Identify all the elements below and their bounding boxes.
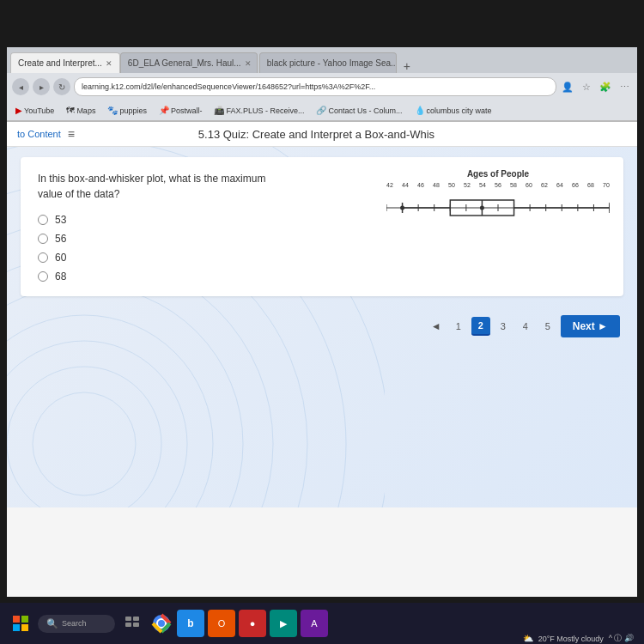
page-1-button[interactable]: 1 (449, 317, 468, 336)
question-text: In this box-and-whisker plot, what is th… (38, 171, 278, 202)
taskbar: 🔍 Search b O (0, 603, 644, 644)
fax-icon: 📠 (214, 106, 224, 115)
search-text: Search (62, 619, 87, 628)
screen: Create and Interpret... ✕ 6D_ELA General… (7, 47, 637, 597)
axis-label-54: 54 (479, 182, 486, 188)
system-icons: ^ ⓘ 🔊 (609, 633, 634, 644)
svg-rect-36 (13, 624, 20, 631)
next-button[interactable]: Next ► (561, 315, 620, 337)
bookmark-contact[interactable]: 🔗 Contact Us - Colum... (313, 105, 405, 116)
tab-close-active[interactable]: ✕ (106, 59, 112, 68)
option-68-label: 68 (55, 270, 66, 283)
bookmark-youtube-label: YouTube (24, 106, 54, 115)
page-nav: to Content ≡ (17, 127, 75, 141)
postwall-icon: 📌 (159, 106, 169, 115)
axis-label-56: 56 (495, 182, 501, 188)
tab-close-ela[interactable]: ✕ (245, 59, 252, 68)
page-content: to Content ≡ 5.13 Quiz: Create and Inter… (7, 122, 637, 597)
address-input[interactable]: learning.k12.com/d2l/le/enhancedSequence… (74, 77, 556, 96)
axis-label-46: 46 (417, 182, 424, 188)
pagination-bar: ◄ 1 2 3 4 5 Next ► (7, 307, 637, 346)
taskbar-search-box[interactable]: 🔍 Search (38, 615, 115, 633)
status-bar: ⛅ 20°F Mostly cloudy ^ ⓘ 🔊 (513, 633, 644, 644)
star-icon[interactable]: ☆ (579, 79, 594, 94)
more-icon[interactable]: ⋯ (617, 79, 632, 94)
tab-bar: Create and Interpret... ✕ 6D_ELA General… (7, 47, 637, 73)
bookmark-fax-label: FAX.PLUS - Receive... (226, 106, 304, 115)
maps-icon: 🗺 (66, 106, 75, 115)
page-4-button[interactable]: 4 (516, 317, 535, 336)
plot-container: Ages of People 42 44 46 48 50 52 54 56 5… (386, 169, 610, 223)
bookmark-fax[interactable]: 📠 FAX.PLUS - Receive... (210, 105, 307, 116)
address-text: learning.k12.com/d2l/le/enhancedSequence… (82, 82, 375, 91)
new-tab-button[interactable]: + (398, 59, 416, 73)
contact-icon: 🔗 (316, 106, 326, 115)
bookmark-puppies[interactable]: 🐾 puppies (104, 105, 150, 116)
bookmarks-bar: ▶ YouTube 🗺 Maps 🐾 puppies 📌 Postwall- 📠 (7, 100, 637, 121)
profile-icon[interactable]: 👤 (560, 79, 575, 94)
address-bar-row: ◂ ▸ ↻ learning.k12.com/d2l/le/enhancedSe… (7, 73, 637, 100)
teal-app-icon[interactable]: ▶ (270, 610, 297, 637)
tab-label-active: Create and Interpret... (18, 58, 102, 68)
menu-icon[interactable]: ≡ (68, 127, 75, 141)
bookmark-water[interactable]: 💧 columbus city wate (411, 105, 495, 116)
svg-rect-39 (133, 617, 139, 621)
svg-point-44 (158, 620, 165, 627)
extensions-icon[interactable]: 🧩 (598, 79, 613, 94)
box-whisker-svg: // Draw ticks via template approach — ju… (386, 189, 610, 223)
page-5-button[interactable]: 5 (538, 317, 557, 336)
tab-label-yahoo: black picture - Yahoo Image Sea... (267, 58, 397, 68)
forward-button[interactable]: ▸ (33, 78, 50, 95)
axis-label-48: 48 (433, 182, 440, 188)
back-to-content[interactable]: to Content (17, 129, 61, 139)
red-app-icon[interactable]: ● (239, 610, 266, 637)
bookmark-postwall[interactable]: 📌 Postwall- (155, 105, 206, 116)
bookmark-contact-label: Contact Us - Colum... (328, 106, 402, 115)
option-56[interactable]: 56 (38, 233, 606, 245)
windows-start-button[interactable] (7, 610, 34, 637)
browser-icons: 👤 ☆ 🧩 ⋯ (560, 79, 632, 94)
axis-label-64: 64 (556, 182, 563, 188)
chrome-taskbar-icon[interactable] (149, 611, 173, 635)
option-68[interactable]: 68 (38, 270, 606, 283)
svg-point-1 (7, 367, 161, 507)
back-button[interactable]: ◂ (12, 78, 29, 95)
svg-rect-37 (21, 624, 28, 631)
option-53-label: 53 (55, 214, 66, 226)
puppies-icon: 🐾 (107, 106, 118, 115)
page-3-button[interactable]: 3 (494, 317, 513, 336)
svg-point-2 (7, 341, 187, 507)
bookmark-water-label: columbus city wate (427, 106, 492, 115)
option-60[interactable]: 60 (38, 252, 606, 264)
weather-icon: ⛅ (523, 634, 533, 643)
task-view-button[interactable] (118, 610, 146, 637)
orange-app-icon[interactable]: O (208, 610, 235, 637)
tab-yahoo[interactable]: black picture - Yahoo Image Sea... ✕ (259, 52, 397, 73)
answer-options: 53 56 60 68 (38, 214, 606, 283)
tab-active[interactable]: Create and Interpret... ✕ (10, 52, 120, 73)
axis-label-44: 44 (402, 182, 409, 188)
radio-56[interactable] (38, 234, 48, 244)
weather-text: 20°F Mostly cloudy (538, 635, 604, 643)
page-2-button[interactable]: 2 (471, 317, 490, 336)
radio-60[interactable] (38, 252, 48, 263)
purple-app-icon[interactable]: A (301, 610, 328, 637)
bookmark-maps[interactable]: 🗺 Maps (63, 105, 99, 116)
svg-point-33 (480, 206, 484, 210)
axis-label-52: 52 (464, 182, 471, 188)
blue-app-icon[interactable]: b (177, 610, 204, 637)
reload-button[interactable]: ↻ (53, 78, 70, 95)
tab-ela[interactable]: 6D_ELA General_Mrs. Haul... ✕ (120, 52, 258, 73)
monitor: Create and Interpret... ✕ 6D_ELA General… (0, 0, 644, 644)
radio-53[interactable] (38, 215, 48, 225)
option-60-label: 60 (55, 252, 66, 264)
bookmark-puppies-label: puppies (119, 106, 147, 115)
axis-label-66: 66 (572, 182, 579, 188)
svg-point-32 (400, 206, 404, 210)
svg-rect-40 (125, 623, 131, 627)
axis-label-50: 50 (448, 182, 455, 188)
youtube-icon: ▶ (15, 106, 22, 115)
bookmark-youtube[interactable]: ▶ YouTube (12, 105, 58, 116)
prev-page-button[interactable]: ◄ (427, 317, 446, 336)
radio-68[interactable] (38, 271, 48, 282)
